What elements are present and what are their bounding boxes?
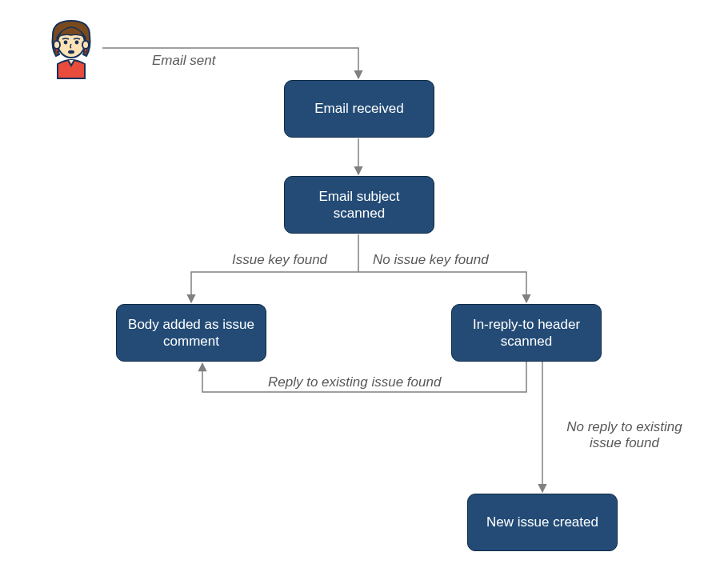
- node-body-added-comment: Body added as issue comment: [116, 304, 266, 362]
- svg-point-1: [54, 41, 60, 49]
- svg-point-3: [55, 49, 58, 52]
- user-avatar: [38, 14, 104, 83]
- svg-point-4: [84, 49, 87, 52]
- node-email-received: Email received: [284, 80, 434, 138]
- node-new-issue-created: New issue created: [467, 494, 618, 551]
- edge-scanned-to-comment: [191, 272, 358, 302]
- edge-user-to-received: [102, 48, 358, 78]
- edge-label-issue-key-found: Issue key found: [232, 252, 327, 268]
- node-email-subject-scanned: Email subject scanned: [284, 176, 434, 234]
- edge-label-reply-found: Reply to existing issue found: [268, 374, 441, 390]
- edge-label-no-reply-found: No reply to existing issue found: [558, 419, 690, 452]
- svg-point-5: [64, 41, 68, 45]
- edge-scanned-to-inreply: [358, 272, 526, 302]
- svg-point-7: [68, 50, 74, 54]
- edge-label-no-issue-key-found: No issue key found: [373, 252, 489, 268]
- edge-label-email-sent: Email sent: [152, 53, 215, 69]
- flowchart-stage: Email received Email subject scanned Bod…: [0, 0, 728, 580]
- node-email-subject-scanned-label: Email subject scanned: [293, 188, 426, 222]
- node-email-received-label: Email received: [314, 100, 404, 117]
- node-in-reply-to-scanned: In-reply-to header scanned: [451, 304, 602, 362]
- node-in-reply-to-scanned-label: In-reply-to header scanned: [460, 316, 593, 350]
- person-icon: [38, 14, 104, 80]
- node-new-issue-created-label: New issue created: [486, 514, 598, 530]
- svg-point-6: [75, 41, 79, 45]
- svg-point-2: [82, 41, 89, 49]
- node-body-added-comment-label: Body added as issue comment: [125, 316, 258, 350]
